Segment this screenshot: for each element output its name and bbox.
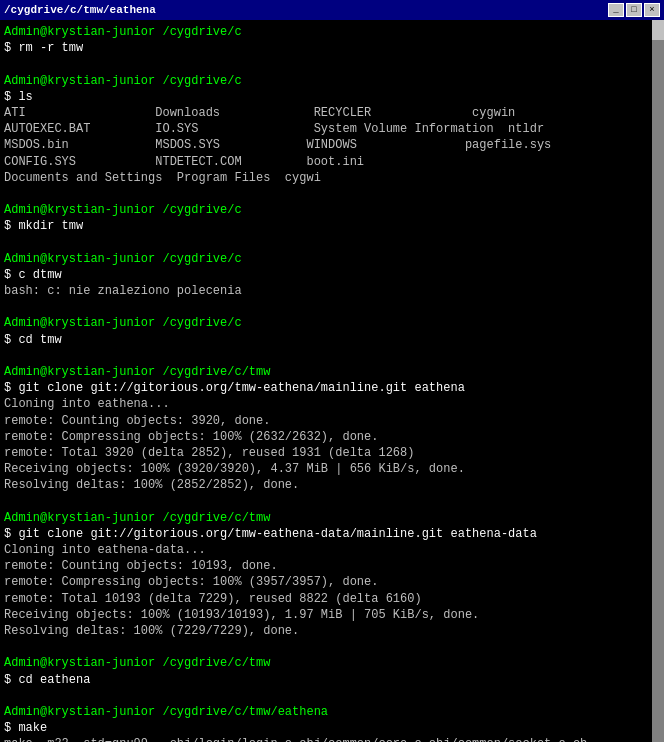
- terminal-line: [4, 56, 660, 72]
- terminal-line: Admin@krystian-junior /cygdrive/c: [4, 73, 660, 89]
- terminal-line: $ git clone git://gitorious.org/tmw-eath…: [4, 526, 660, 542]
- terminal-line: $ cd tmw: [4, 332, 660, 348]
- terminal-line: $ rm -r tmw: [4, 40, 660, 56]
- terminal-line: remote: Compressing objects: 100% (2632/…: [4, 429, 660, 445]
- terminal-line: Admin@krystian-junior /cygdrive/c: [4, 251, 660, 267]
- terminal-line: [4, 639, 660, 655]
- terminal-line: $ make: [4, 720, 660, 736]
- terminal-line: [4, 493, 660, 509]
- terminal-line: remote: Total 3920 (delta 2852), reused …: [4, 445, 660, 461]
- scrollbar[interactable]: [652, 20, 664, 742]
- terminal-line: Resolving deltas: 100% (7229/7229), done…: [4, 623, 660, 639]
- window-title: /cygdrive/c/tmw/eathena: [4, 4, 156, 16]
- terminal-line: Receiving objects: 100% (10193/10193), 1…: [4, 607, 660, 623]
- terminal-line: bash: c: nie znaleziono polecenia: [4, 283, 660, 299]
- terminal-line: Cloning into eathena-data...: [4, 542, 660, 558]
- terminal-line: [4, 299, 660, 315]
- terminal-line: Admin@krystian-junior /cygdrive/c: [4, 315, 660, 331]
- terminal-line: Receiving objects: 100% (3920/3920), 4.3…: [4, 461, 660, 477]
- terminal-line: remote: Counting objects: 10193, done.: [4, 558, 660, 574]
- terminal-line: [4, 234, 660, 250]
- terminal[interactable]: Admin@krystian-junior /cygdrive/c$ rm -r…: [0, 20, 664, 742]
- close-button[interactable]: ×: [644, 3, 660, 17]
- terminal-line: [4, 186, 660, 202]
- terminal-line: Admin@krystian-junior /cygdrive/c/tmw/ea…: [4, 704, 660, 720]
- terminal-line: $ c dtmw: [4, 267, 660, 283]
- terminal-line: $ mkdir tmw: [4, 218, 660, 234]
- minimize-button[interactable]: _: [608, 3, 624, 17]
- terminal-line: remote: Total 10193 (delta 7229), reused…: [4, 591, 660, 607]
- terminal-line: MSDOS.bin MSDOS.SYS WINDOWS pagefile.sys: [4, 137, 660, 153]
- title-bar-buttons: _ □ ×: [608, 3, 660, 17]
- terminal-line: Admin@krystian-junior /cygdrive/c/tmw: [4, 510, 660, 526]
- terminal-line: ATI Downloads RECYCLER cygwin: [4, 105, 660, 121]
- scrollbar-thumb[interactable]: [652, 20, 664, 40]
- terminal-line: $ cd eathena: [4, 672, 660, 688]
- terminal-line: remote: Compressing objects: 100% (3957/…: [4, 574, 660, 590]
- terminal-line: Admin@krystian-junior /cygdrive/c: [4, 24, 660, 40]
- terminal-line: $ ls: [4, 89, 660, 105]
- terminal-line: Admin@krystian-junior /cygdrive/c/tmw: [4, 655, 660, 671]
- terminal-line: $ git clone git://gitorious.org/tmw-eath…: [4, 380, 660, 396]
- terminal-line: [4, 688, 660, 704]
- terminal-line: Admin@krystian-junior /cygdrive/c: [4, 202, 660, 218]
- terminal-line: Resolving deltas: 100% (2852/2852), done…: [4, 477, 660, 493]
- terminal-line: Cloning into eathena...: [4, 396, 660, 412]
- terminal-line: CONFIG.SYS NTDETECT.COM boot.ini: [4, 154, 660, 170]
- terminal-line: remote: Counting objects: 3920, done.: [4, 413, 660, 429]
- terminal-line: Documents and Settings Program Files cyg…: [4, 170, 660, 186]
- terminal-line: Admin@krystian-junior /cygdrive/c/tmw: [4, 364, 660, 380]
- maximize-button[interactable]: □: [626, 3, 642, 17]
- terminal-line: AUTOEXEC.BAT IO.SYS System Volume Inform…: [4, 121, 660, 137]
- title-bar: /cygdrive/c/tmw/eathena _ □ ×: [0, 0, 664, 20]
- terminal-line: make -m32 -std=gnu99 obj/login/login.o o…: [4, 736, 660, 742]
- terminal-line: [4, 348, 660, 364]
